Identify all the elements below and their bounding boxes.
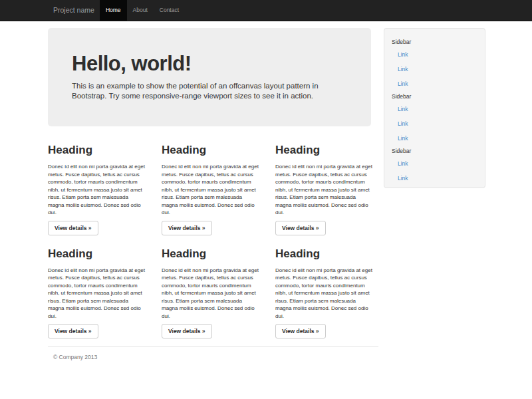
footer-divider [48, 346, 378, 347]
sidebar-link[interactable]: Link [384, 47, 485, 62]
page: Project name Home About Contact Hello, w… [0, 0, 532, 399]
content-card: Heading Donec id elit non mi porta gravi… [162, 142, 265, 235]
card-row-2: Heading Donec id elit non mi porta gravi… [48, 246, 378, 339]
content-card: Heading Donec id elit non mi porta gravi… [275, 246, 378, 339]
card-body: Donec id elit non mi porta gravida at eg… [48, 267, 151, 321]
card-heading: Heading [275, 247, 378, 261]
sidebar-link[interactable]: Link [384, 131, 485, 146]
copyright-text: © Company 2013 [48, 354, 378, 360]
view-details-button[interactable]: View details » [48, 221, 98, 235]
content-card: Heading Donec id elit non mi porta gravi… [162, 246, 265, 339]
view-details-button[interactable]: View details » [275, 324, 326, 338]
sidebar-panel: Sidebar Link Link Link Sidebar Link Link… [384, 28, 485, 188]
sidebar-link[interactable]: Link [384, 171, 485, 186]
view-details-button[interactable]: View details » [162, 324, 212, 338]
card-body: Donec id elit non mi porta gravida at eg… [275, 163, 378, 217]
sidebar-group: Sidebar Link Link Link [384, 91, 485, 146]
navbar-menu: Home About Contact [100, 0, 185, 21]
sidebar-link[interactable]: Link [384, 76, 485, 91]
sidebar-link[interactable]: Link [384, 156, 485, 171]
sidebar-header: Sidebar [384, 91, 485, 102]
view-details-button[interactable]: View details » [162, 221, 212, 235]
jumbotron: Hello, world! This is an example to show… [48, 28, 371, 126]
nav-link-home[interactable]: Home [100, 0, 127, 21]
card-body: Donec id elit non mi porta gravida at eg… [162, 267, 265, 321]
card-heading: Heading [162, 144, 265, 157]
sidebar-link[interactable]: Link [384, 62, 485, 76]
footer: © Company 2013 [48, 346, 378, 360]
card-heading: Heading [48, 247, 151, 261]
nav-item-about: About [127, 0, 154, 21]
sidebar-group: Sidebar Link Link [384, 146, 485, 186]
view-details-button[interactable]: View details » [275, 221, 326, 235]
content-card: Heading Donec id elit non mi porta gravi… [275, 142, 378, 235]
content-card: Heading Donec id elit non mi porta gravi… [48, 142, 151, 235]
card-body: Donec id elit non mi porta gravida at eg… [162, 163, 265, 217]
card-heading: Heading [48, 144, 151, 157]
content-container: Hello, world! This is an example to show… [48, 28, 484, 360]
nav-link-contact[interactable]: Contact [154, 0, 185, 21]
navbar-container: Project name Home About Contact [48, 0, 484, 21]
jumbotron-title: Hello, world! [72, 52, 347, 76]
view-details-button[interactable]: View details » [48, 324, 98, 338]
sidebar-header: Sidebar [384, 37, 485, 47]
sidebar-link[interactable]: Link [384, 102, 485, 116]
card-row-1: Heading Donec id elit non mi porta gravi… [48, 142, 378, 235]
navbar: Project name Home About Contact [0, 0, 532, 21]
navbar-brand[interactable]: Project name [48, 0, 100, 21]
main-column: Hello, world! This is an example to show… [48, 28, 378, 360]
sidebar-group: Sidebar Link Link Link [384, 37, 485, 91]
jumbotron-text: This is an example to show the potential… [72, 81, 347, 101]
sidebar-header: Sidebar [384, 146, 485, 156]
content-card: Heading Donec id elit non mi porta gravi… [48, 246, 151, 339]
nav-item-contact: Contact [154, 0, 185, 21]
nav-link-about[interactable]: About [127, 0, 154, 21]
card-heading: Heading [275, 144, 378, 157]
card-body: Donec id elit non mi porta gravida at eg… [275, 267, 378, 321]
nav-item-home: Home [100, 0, 127, 21]
card-heading: Heading [162, 247, 265, 261]
card-body: Donec id elit non mi porta gravida at eg… [48, 163, 151, 217]
sidebar-link[interactable]: Link [384, 116, 485, 131]
